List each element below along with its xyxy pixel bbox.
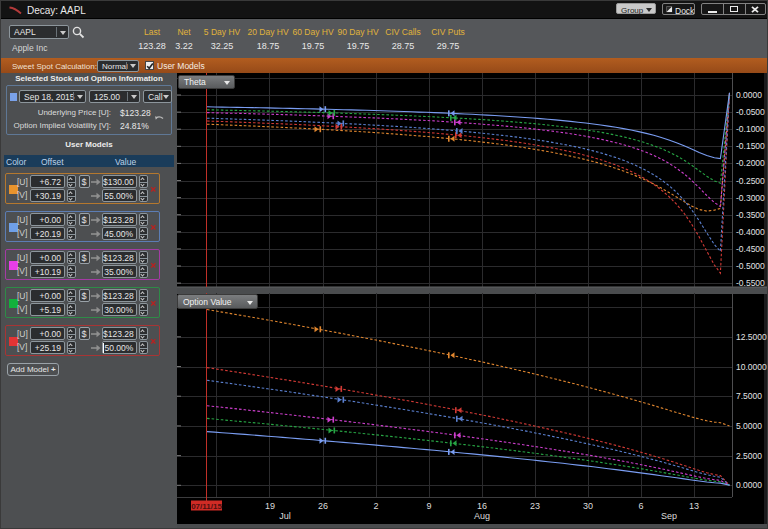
svg-text:-0.2000: -0.2000 — [736, 158, 765, 168]
svg-text:-0.4500: -0.4500 — [736, 244, 765, 254]
svg-text:7.5000: 7.5000 — [736, 391, 762, 401]
svg-text:-0.4000: -0.4000 — [736, 227, 765, 237]
svg-text:-0.0500: -0.0500 — [736, 107, 765, 117]
svg-text:Sep: Sep — [661, 511, 677, 521]
svg-text:-0.1500: -0.1500 — [736, 141, 765, 151]
svg-text:12.5000: 12.5000 — [736, 332, 767, 342]
svg-text:19: 19 — [265, 501, 275, 511]
svg-text:-0.2500: -0.2500 — [736, 176, 765, 186]
svg-text:2.5000: 2.5000 — [736, 451, 762, 461]
svg-text:07/11/15: 07/11/15 — [191, 502, 222, 511]
svg-text:0.0000: 0.0000 — [736, 90, 762, 100]
svg-text:6: 6 — [638, 501, 643, 511]
svg-text:2: 2 — [373, 501, 378, 511]
svg-text:-0.3000: -0.3000 — [736, 193, 765, 203]
svg-text:0.0000: 0.0000 — [736, 480, 762, 490]
svg-text:Aug: Aug — [474, 511, 490, 521]
svg-text:26: 26 — [318, 501, 328, 511]
svg-text:-0.5000: -0.5000 — [736, 261, 765, 271]
svg-text:23: 23 — [530, 501, 540, 511]
svg-text:10.0000: 10.0000 — [736, 362, 767, 372]
svg-text:13: 13 — [689, 501, 699, 511]
svg-text:30: 30 — [583, 501, 593, 511]
svg-text:Jul: Jul — [279, 511, 291, 521]
svg-text:5.0000: 5.0000 — [736, 421, 762, 431]
svg-text:9: 9 — [426, 501, 431, 511]
svg-text:-0.5500: -0.5500 — [736, 278, 765, 288]
svg-text:-0.1000: -0.1000 — [736, 124, 765, 134]
svg-text:-0.3500: -0.3500 — [736, 210, 765, 220]
svg-text:16: 16 — [477, 501, 487, 511]
